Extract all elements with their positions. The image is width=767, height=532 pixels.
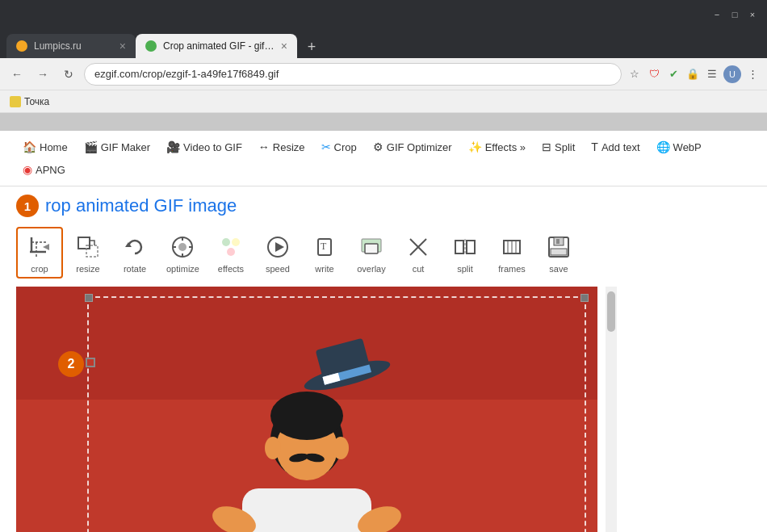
svg-rect-26 bbox=[467, 241, 475, 253]
browser-toolbar: ☆ 🛡 ✔ 🔒 ☰ U ⋮ bbox=[627, 65, 761, 83]
crop-icon: ✂ bbox=[321, 140, 331, 153]
nav-split-label: Split bbox=[555, 141, 575, 153]
tool-frames[interactable]: frames bbox=[490, 228, 534, 277]
bookmark-bar: Точка bbox=[0, 90, 767, 113]
tab-close-ezgif[interactable]: × bbox=[281, 40, 287, 52]
rotate-tool-label: rotate bbox=[124, 264, 146, 274]
write-tool-label: write bbox=[315, 264, 333, 274]
nav-apng-label: APNG bbox=[36, 164, 65, 176]
tool-cut[interactable]: cut bbox=[396, 228, 440, 277]
bookmark-item-tochka[interactable]: Точка bbox=[10, 96, 49, 107]
nav-gif-maker[interactable]: 🎬 GIF Maker bbox=[78, 137, 157, 157]
tab-close-lumpics[interactable]: × bbox=[119, 40, 126, 52]
tab-lumpics[interactable]: Lumpics.ru × bbox=[6, 34, 136, 58]
nav-apng[interactable]: ◉ APNG bbox=[16, 160, 72, 179]
tool-resize[interactable]: resize bbox=[66, 228, 110, 277]
nav-optimizer[interactable]: ⚙ GIF Optimizer bbox=[367, 137, 459, 157]
cut-tool-icon bbox=[403, 232, 434, 262]
main-area: 1 rop animated GIF image crop bbox=[0, 186, 767, 532]
text-icon: T bbox=[591, 140, 598, 153]
svg-rect-34 bbox=[551, 249, 567, 255]
tool-effects[interactable]: effects bbox=[209, 228, 253, 277]
gif-scene: 2 bbox=[16, 287, 597, 532]
scroll-thumb[interactable] bbox=[607, 291, 615, 332]
svg-rect-22 bbox=[365, 244, 378, 253]
top-strip bbox=[0, 113, 767, 131]
crop-tool-label: crop bbox=[31, 264, 48, 274]
nav-webp[interactable]: 🌐 WebP bbox=[650, 137, 708, 157]
save-tool-icon bbox=[543, 232, 574, 262]
minimize-button[interactable]: − bbox=[710, 8, 723, 21]
svg-rect-6 bbox=[86, 245, 98, 257]
tool-rotate[interactable]: rotate bbox=[113, 228, 157, 277]
split-tool-label: split bbox=[457, 264, 473, 274]
tool-save[interactable]: save bbox=[537, 228, 580, 277]
svg-point-16 bbox=[227, 248, 235, 256]
back-button[interactable]: ← bbox=[6, 64, 27, 85]
nav-add-text[interactable]: T Add text bbox=[585, 137, 646, 157]
crop-drag-handle[interactable] bbox=[86, 358, 95, 367]
menu-button[interactable]: ☰ bbox=[704, 66, 720, 82]
svg-rect-37 bbox=[242, 488, 371, 532]
resize-tool-label: resize bbox=[76, 264, 99, 274]
title-bar: − □ × bbox=[0, 0, 767, 29]
tool-optimize[interactable]: optimize bbox=[160, 228, 206, 277]
extension-icon-red[interactable]: 🛡 bbox=[646, 66, 662, 82]
tool-speed[interactable]: speed bbox=[256, 228, 300, 277]
nav-crop[interactable]: ✂ Crop bbox=[315, 137, 363, 157]
tab-favicon-ezgif bbox=[145, 40, 157, 52]
svg-point-44 bbox=[333, 437, 349, 459]
user-avatar[interactable]: U bbox=[723, 65, 741, 83]
svg-rect-25 bbox=[455, 241, 463, 253]
svg-marker-4 bbox=[43, 244, 49, 250]
resize-tool-icon bbox=[73, 232, 103, 262]
nav-add-text-label: Add text bbox=[601, 141, 640, 153]
nav-video-to-gif[interactable]: 🎥 Video to GIF bbox=[160, 137, 249, 157]
nav-resize-label: Resize bbox=[273, 141, 305, 153]
tool-crop[interactable]: crop bbox=[16, 227, 63, 279]
gif-maker-icon: 🎬 bbox=[84, 140, 98, 153]
tab-ezgif[interactable]: Crop animated GIF - gif-man-me × bbox=[136, 34, 297, 58]
svg-marker-18 bbox=[275, 242, 284, 252]
save-tool-label: save bbox=[549, 264, 568, 274]
effects-tool-label: effects bbox=[218, 264, 244, 274]
nav-resize[interactable]: ↔ Resize bbox=[252, 137, 312, 157]
nav-home[interactable]: 🏠 Home bbox=[16, 137, 74, 157]
page-title-row: 1 rop animated GIF image bbox=[16, 195, 751, 217]
nav-effects[interactable]: ✨ Effects » bbox=[462, 137, 532, 157]
extension-icon-green[interactable]: ✔ bbox=[665, 66, 681, 82]
address-bar: ← → ↻ ezgif.com/crop/ezgif-1-a49fe17f684… bbox=[0, 58, 767, 90]
nav-crop-label: Crop bbox=[334, 141, 357, 153]
forward-button[interactable]: → bbox=[32, 64, 53, 85]
page-title-text: rop animated GIF image bbox=[45, 195, 237, 216]
tool-write[interactable]: T write bbox=[303, 228, 346, 277]
url-text: ezgif.com/crop/ezgif-1-a49fe17f6849.gif bbox=[94, 68, 611, 80]
close-button[interactable]: × bbox=[746, 8, 759, 21]
step1-badge: 1 bbox=[16, 195, 39, 217]
tool-overlay[interactable]: overlay bbox=[350, 228, 393, 277]
split-icon: ⊟ bbox=[542, 140, 551, 153]
svg-point-45 bbox=[270, 392, 343, 440]
speed-tool-label: speed bbox=[266, 264, 290, 274]
scroll-track bbox=[606, 287, 617, 532]
url-bar[interactable]: ezgif.com/crop/ezgif-1-a49fe17f6849.gif bbox=[84, 63, 622, 86]
new-tab-button[interactable]: + bbox=[300, 36, 323, 58]
svg-point-15 bbox=[232, 238, 240, 246]
image-area: 2 bbox=[16, 287, 606, 532]
crop-tool-icon bbox=[24, 232, 55, 262]
page-content: 🏠 Home 🎬 GIF Maker 🎥 Video to GIF ↔ Resi… bbox=[0, 113, 767, 532]
tool-split[interactable]: split bbox=[443, 228, 487, 277]
maximize-button[interactable]: □ bbox=[728, 8, 741, 21]
optimizer-icon: ⚙ bbox=[373, 140, 384, 153]
bookmark-folder-icon bbox=[10, 96, 21, 107]
bookmark-star-icon[interactable]: ☆ bbox=[627, 66, 643, 82]
refresh-button[interactable]: ↻ bbox=[58, 64, 79, 85]
nav-split[interactable]: ⊟ Split bbox=[535, 137, 581, 157]
apng-icon: ◉ bbox=[23, 163, 32, 176]
tabs-bar: Lumpics.ru × Crop animated GIF - gif-man… bbox=[0, 29, 767, 58]
webp-icon: 🌐 bbox=[656, 140, 670, 153]
svg-text:T: T bbox=[321, 241, 327, 252]
more-options-icon[interactable]: ⋮ bbox=[744, 66, 761, 82]
effects-tool-icon bbox=[216, 232, 246, 262]
extension-icon-blue[interactable]: 🔒 bbox=[685, 66, 701, 82]
